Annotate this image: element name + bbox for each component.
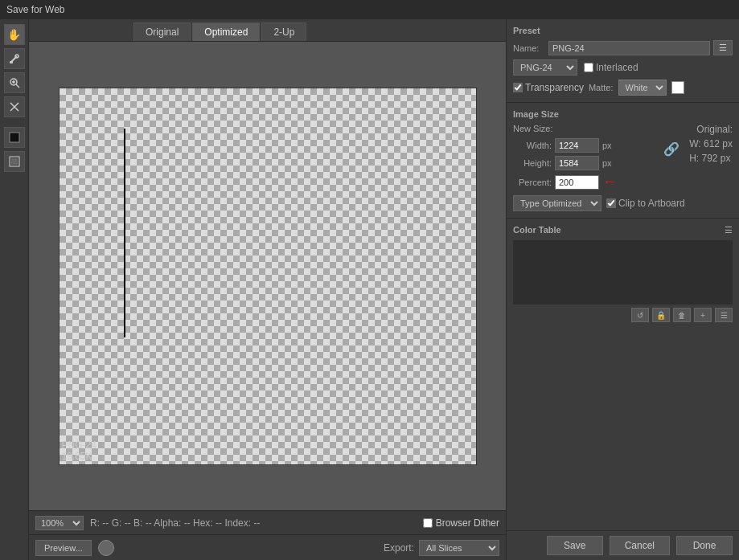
footer-bar: Preview... Export: All Slices: [29, 534, 506, 560]
transparency-label: Transparency: [525, 82, 584, 93]
right-bottom-bar: Save Cancel Done: [507, 531, 739, 560]
canvas-area: PNG-24 19.65K: [29, 42, 506, 510]
zoom-tool[interactable]: [4, 72, 25, 93]
svg-rect-2: [10, 61, 13, 63]
height-unit: px: [602, 158, 612, 168]
red-arrow-icon: ←: [602, 174, 617, 190]
preview-button[interactable]: Preview...: [35, 540, 92, 556]
width-unit: px: [602, 141, 612, 150]
transparency-checkbox[interactable]: [513, 83, 523, 92]
canvas-line: [124, 129, 125, 337]
height-label: Height:: [513, 158, 552, 168]
canvas-checkerboard: [59, 88, 477, 465]
transparency-container: Transparency: [513, 82, 584, 93]
type-select[interactable]: Type Optimized Smooth Crisp: [513, 195, 601, 211]
original-w-value: 612 px: [704, 138, 733, 149]
done-button[interactable]: Done: [676, 536, 733, 555]
original-info: Original:: [696, 124, 733, 135]
preset-section: Preset Name: ☰ PNG-24 PNG-8 JPEG GIF Int…: [507, 19, 739, 103]
original-h-value: 792 px: [702, 153, 731, 164]
interlaced-label: Interlaced: [596, 62, 638, 73]
original-h-label: H:: [689, 153, 699, 164]
eyedropper-tool[interactable]: [4, 48, 25, 69]
color-table-title: Color Table: [513, 225, 561, 235]
width-row: Width: px: [513, 138, 654, 153]
save-button[interactable]: Save: [547, 536, 603, 555]
ct-menu-button[interactable]: ☰: [715, 308, 733, 322]
ct-lock-button[interactable]: 🔒: [652, 308, 670, 322]
clip-artboard-container: Clip to Artboard: [606, 198, 685, 209]
ct-recycle-button[interactable]: ↺: [631, 308, 649, 322]
canvas-format: PNG-24: [62, 439, 96, 451]
browser-dither-checkbox[interactable]: [423, 518, 433, 528]
link-proportions-icon[interactable]: 🔗: [660, 141, 683, 157]
ct-trash-button[interactable]: 🗑: [673, 308, 691, 322]
type-row: Type Optimized Smooth Crisp Clip to Artb…: [513, 195, 733, 211]
hand-tool[interactable]: ✋: [4, 24, 25, 45]
r-label: R: --: [90, 517, 112, 529]
alpha-label: Alpha: --: [154, 517, 193, 529]
tab-optimized[interactable]: Optimized: [192, 22, 260, 41]
black-white-toggle[interactable]: [4, 127, 25, 148]
canvas-info: PNG-24 19.65K: [62, 439, 96, 462]
new-size-label: New Size:: [513, 124, 553, 135]
image-size-section: Image Size New Size: Original: Width: px: [507, 103, 739, 219]
transparency-row: Transparency Matte: White Black None: [513, 80, 733, 96]
original-label: Original:: [696, 124, 733, 135]
color-table-section: Color Table ☰ ↺ 🔒 🗑 + ☰: [507, 219, 739, 531]
color-table-menu-icon[interactable]: ☰: [725, 225, 733, 235]
preview-toggle[interactable]: [4, 151, 25, 172]
title-bar: Save for Web: [0, 0, 739, 19]
preset-name-input[interactable]: [548, 41, 710, 55]
percent-input[interactable]: [555, 175, 599, 190]
export-label: Export:: [384, 542, 414, 554]
browser-dither-container: Browser Dither: [423, 517, 499, 529]
matte-label: Matte:: [589, 83, 614, 92]
preset-name-row: Name: ☰: [513, 40, 733, 55]
export-select[interactable]: All Slices: [419, 540, 499, 556]
height-row: Height: px: [513, 156, 654, 170]
width-input[interactable]: [555, 138, 599, 153]
pixel-info: R: -- G: -- B: -- Alpha: -- Hex: -- Inde…: [90, 517, 417, 529]
zoom-select[interactable]: 100% 50% 200%: [35, 516, 84, 530]
bottom-status-bar: 100% 50% 200% R: -- G: -- B: -- Alpha: -…: [29, 510, 506, 534]
color-table-header: Color Table ☰: [513, 225, 733, 235]
index-label: Index: --: [224, 517, 260, 529]
original-h-display: H: 792 px: [689, 153, 730, 164]
browser-dither-label: Browser Dither: [436, 517, 499, 529]
original-w-label: W:: [689, 138, 700, 149]
format-row: PNG-24 PNG-8 JPEG GIF Interlaced: [513, 59, 733, 76]
color-table-actions: ↺ 🔒 🗑 + ☰: [513, 308, 733, 322]
percent-row: Percent: ←: [513, 174, 654, 190]
height-input[interactable]: [555, 156, 599, 170]
tab-original[interactable]: Original: [133, 22, 191, 41]
width-label: Width:: [513, 141, 552, 150]
color-table-body: [513, 240, 733, 305]
interlaced-container: Interlaced: [584, 62, 638, 73]
cancel-button[interactable]: Cancel: [610, 536, 670, 555]
title-text: Save for Web: [6, 4, 64, 15]
format-select[interactable]: PNG-24 PNG-8 JPEG GIF: [513, 59, 577, 76]
preset-name-label: Name:: [513, 43, 545, 53]
original-w-display: W: 612 px: [689, 138, 733, 149]
hex-label: Hex: --: [193, 517, 224, 529]
image-size-header: Image Size: [513, 109, 733, 119]
image-size-title: Image Size: [513, 109, 559, 119]
matte-select[interactable]: White Black None: [618, 80, 667, 96]
matte-color-box[interactable]: [671, 81, 684, 94]
slice-tool[interactable]: [4, 96, 25, 117]
ct-new-button[interactable]: +: [694, 308, 712, 322]
canvas-filesize: 19.65K: [62, 451, 96, 462]
clip-artboard-checkbox[interactable]: [606, 198, 616, 208]
preset-menu-button[interactable]: ☰: [713, 40, 733, 55]
svg-rect-11: [11, 158, 18, 165]
svg-rect-9: [10, 133, 19, 142]
tabs-bar: Original Optimized 2-Up: [29, 19, 506, 42]
globe-icon[interactable]: [98, 540, 114, 556]
right-panel: Preset Name: ☰ PNG-24 PNG-8 JPEG GIF Int…: [506, 19, 739, 560]
tab-two-up[interactable]: 2-Up: [261, 22, 306, 41]
preset-section-title: Preset: [513, 26, 733, 35]
percent-label: Percent:: [513, 178, 552, 187]
interlaced-checkbox[interactable]: [584, 63, 593, 72]
left-toolbar: ✋: [0, 19, 29, 560]
